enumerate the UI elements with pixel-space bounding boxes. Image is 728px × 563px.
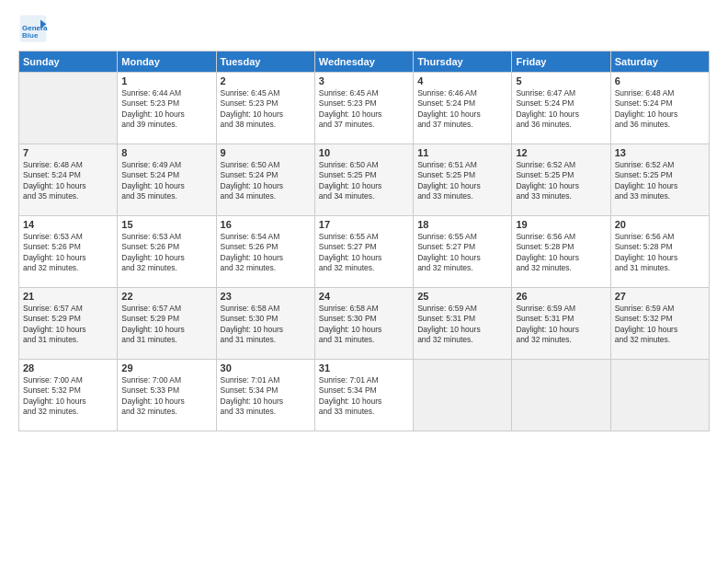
day-info: Sunrise: 6:59 AMSunset: 5:32 PMDaylight:… (615, 304, 705, 346)
weekday-header: Saturday (610, 52, 709, 73)
calendar-cell: 24Sunrise: 6:58 AMSunset: 5:30 PMDayligh… (314, 288, 413, 360)
weekday-header: Tuesday (216, 52, 314, 73)
calendar-cell (414, 360, 512, 431)
day-number: 24 (319, 291, 409, 302)
day-info: Sunrise: 6:49 AMSunset: 5:24 PMDaylight:… (121, 160, 211, 202)
day-number: 2 (221, 75, 311, 86)
calendar-cell: 9Sunrise: 6:50 AMSunset: 5:24 PMDaylight… (216, 144, 314, 216)
day-info: Sunrise: 6:59 AMSunset: 5:31 PMDaylight:… (516, 304, 606, 346)
header: General Blue (18, 14, 710, 43)
day-info: Sunrise: 6:54 AMSunset: 5:26 PMDaylight:… (221, 232, 311, 274)
day-number: 11 (417, 147, 507, 158)
calendar-cell: 4Sunrise: 6:46 AMSunset: 5:24 PMDaylight… (414, 73, 512, 144)
day-number: 23 (221, 291, 311, 302)
calendar-cell: 15Sunrise: 6:53 AMSunset: 5:26 PMDayligh… (118, 216, 216, 288)
calendar-cell: 30Sunrise: 7:01 AMSunset: 5:34 PMDayligh… (216, 360, 314, 431)
svg-text:Blue: Blue (22, 31, 39, 40)
calendar-cell: 10Sunrise: 6:50 AMSunset: 5:25 PMDayligh… (314, 144, 413, 216)
day-info: Sunrise: 6:58 AMSunset: 5:30 PMDaylight:… (319, 304, 409, 346)
calendar-cell: 14Sunrise: 6:53 AMSunset: 5:26 PMDayligh… (19, 216, 118, 288)
day-info: Sunrise: 6:45 AMSunset: 5:23 PMDaylight:… (319, 88, 409, 131)
day-number: 10 (319, 147, 409, 158)
day-info: Sunrise: 6:47 AMSunset: 5:24 PMDaylight:… (516, 88, 606, 131)
calendar-cell: 20Sunrise: 6:56 AMSunset: 5:28 PMDayligh… (610, 216, 709, 288)
day-number: 19 (516, 219, 606, 230)
calendar-cell: 31Sunrise: 7:01 AMSunset: 5:34 PMDayligh… (314, 360, 413, 431)
calendar-cell: 19Sunrise: 6:56 AMSunset: 5:28 PMDayligh… (512, 216, 610, 288)
weekday-header: Friday (512, 52, 610, 73)
calendar-cell: 5Sunrise: 6:47 AMSunset: 5:24 PMDaylight… (512, 73, 610, 144)
day-info: Sunrise: 6:48 AMSunset: 5:24 PMDaylight:… (615, 88, 705, 131)
day-number: 28 (23, 362, 113, 373)
day-number: 12 (516, 147, 606, 158)
weekday-header: Thursday (414, 52, 512, 73)
calendar-cell: 11Sunrise: 6:51 AMSunset: 5:25 PMDayligh… (414, 144, 512, 216)
day-info: Sunrise: 6:50 AMSunset: 5:25 PMDaylight:… (319, 160, 409, 202)
day-info: Sunrise: 6:58 AMSunset: 5:30 PMDaylight:… (221, 304, 311, 346)
day-number: 15 (121, 219, 211, 230)
day-number: 21 (23, 291, 113, 302)
day-info: Sunrise: 6:45 AMSunset: 5:23 PMDaylight:… (221, 88, 311, 131)
logo: General Blue (18, 14, 53, 43)
day-number: 13 (615, 147, 705, 158)
calendar-cell: 22Sunrise: 6:57 AMSunset: 5:29 PMDayligh… (118, 288, 216, 360)
calendar-cell: 12Sunrise: 6:52 AMSunset: 5:25 PMDayligh… (512, 144, 610, 216)
day-number: 7 (23, 147, 113, 158)
calendar-cell (512, 360, 610, 431)
calendar-cell: 27Sunrise: 6:59 AMSunset: 5:32 PMDayligh… (610, 288, 709, 360)
day-info: Sunrise: 7:00 AMSunset: 5:33 PMDaylight:… (121, 375, 211, 418)
day-number: 31 (319, 362, 409, 373)
day-number: 30 (221, 362, 311, 373)
calendar-cell: 26Sunrise: 6:59 AMSunset: 5:31 PMDayligh… (512, 288, 610, 360)
day-number: 26 (516, 291, 606, 302)
calendar-cell: 25Sunrise: 6:59 AMSunset: 5:31 PMDayligh… (414, 288, 512, 360)
day-info: Sunrise: 7:00 AMSunset: 5:32 PMDaylight:… (23, 375, 113, 418)
calendar-cell: 8Sunrise: 6:49 AMSunset: 5:24 PMDaylight… (118, 144, 216, 216)
day-info: Sunrise: 6:56 AMSunset: 5:28 PMDaylight:… (615, 232, 705, 274)
day-info: Sunrise: 6:55 AMSunset: 5:27 PMDaylight:… (417, 232, 507, 274)
day-info: Sunrise: 7:01 AMSunset: 5:34 PMDaylight:… (221, 375, 311, 418)
calendar-cell (19, 73, 118, 144)
calendar-cell: 28Sunrise: 7:00 AMSunset: 5:32 PMDayligh… (19, 360, 118, 431)
day-number: 8 (121, 147, 211, 158)
day-number: 14 (23, 219, 113, 230)
page: General Blue SundayMondayTuesdayWednesda… (0, 0, 728, 563)
day-info: Sunrise: 6:52 AMSunset: 5:25 PMDaylight:… (615, 160, 705, 202)
calendar-table: SundayMondayTuesdayWednesdayThursdayFrid… (18, 51, 710, 431)
calendar-cell: 6Sunrise: 6:48 AMSunset: 5:24 PMDaylight… (610, 73, 709, 144)
day-number: 16 (221, 219, 311, 230)
day-info: Sunrise: 6:59 AMSunset: 5:31 PMDaylight:… (417, 304, 507, 346)
calendar-cell: 3Sunrise: 6:45 AMSunset: 5:23 PMDaylight… (314, 73, 413, 144)
day-number: 6 (615, 75, 705, 86)
weekday-header: Monday (118, 52, 216, 73)
day-number: 20 (615, 219, 705, 230)
calendar-cell: 17Sunrise: 6:55 AMSunset: 5:27 PMDayligh… (314, 216, 413, 288)
weekday-header: Sunday (19, 52, 118, 73)
day-info: Sunrise: 6:44 AMSunset: 5:23 PMDaylight:… (121, 88, 211, 131)
day-info: Sunrise: 6:46 AMSunset: 5:24 PMDaylight:… (417, 88, 507, 131)
day-info: Sunrise: 6:48 AMSunset: 5:24 PMDaylight:… (23, 160, 113, 202)
day-number: 25 (417, 291, 507, 302)
day-info: Sunrise: 6:57 AMSunset: 5:29 PMDaylight:… (23, 304, 113, 346)
calendar-cell (610, 360, 709, 431)
calendar-cell: 16Sunrise: 6:54 AMSunset: 5:26 PMDayligh… (216, 216, 314, 288)
day-info: Sunrise: 6:56 AMSunset: 5:28 PMDaylight:… (516, 232, 606, 274)
calendar-cell: 13Sunrise: 6:52 AMSunset: 5:25 PMDayligh… (610, 144, 709, 216)
calendar-cell: 29Sunrise: 7:00 AMSunset: 5:33 PMDayligh… (118, 360, 216, 431)
day-number: 1 (121, 75, 211, 86)
calendar-cell: 18Sunrise: 6:55 AMSunset: 5:27 PMDayligh… (414, 216, 512, 288)
day-number: 5 (516, 75, 606, 86)
day-info: Sunrise: 6:52 AMSunset: 5:25 PMDaylight:… (516, 160, 606, 202)
day-number: 22 (121, 291, 211, 302)
calendar-cell: 2Sunrise: 6:45 AMSunset: 5:23 PMDaylight… (216, 73, 314, 144)
calendar-cell: 7Sunrise: 6:48 AMSunset: 5:24 PMDaylight… (19, 144, 118, 216)
day-number: 3 (319, 75, 409, 86)
calendar-cell: 1Sunrise: 6:44 AMSunset: 5:23 PMDaylight… (118, 73, 216, 144)
day-number: 17 (319, 219, 409, 230)
day-number: 18 (417, 219, 507, 230)
day-info: Sunrise: 6:50 AMSunset: 5:24 PMDaylight:… (221, 160, 311, 202)
logo-icon: General Blue (18, 14, 48, 43)
calendar-cell: 21Sunrise: 6:57 AMSunset: 5:29 PMDayligh… (19, 288, 118, 360)
weekday-header: Wednesday (314, 52, 413, 73)
day-info: Sunrise: 6:57 AMSunset: 5:29 PMDaylight:… (121, 304, 211, 346)
